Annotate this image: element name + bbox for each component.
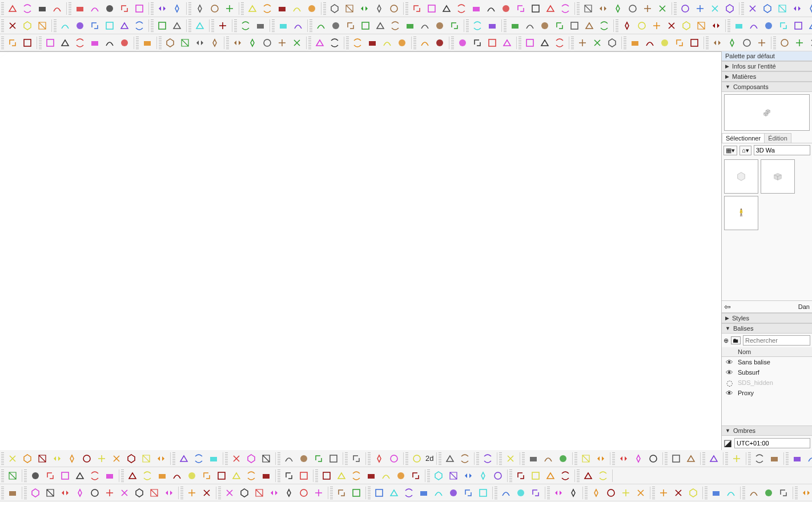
toolbar-button[interactable] xyxy=(372,2,386,15)
toolbar-button[interactable] xyxy=(155,469,169,483)
toolbar-button[interactable] xyxy=(238,486,251,500)
toolbar-button[interactable] xyxy=(297,469,311,483)
toolbar-button[interactable] xyxy=(276,19,290,33)
toolbar-button[interactable] xyxy=(707,452,721,465)
toolbar-button[interactable] xyxy=(806,19,812,33)
toolbar-button[interactable] xyxy=(132,486,146,500)
toolbar-button[interactable] xyxy=(646,452,660,465)
toolbar-button[interactable] xyxy=(140,469,154,483)
toolbar-button[interactable] xyxy=(223,486,236,500)
toolbar-button[interactable] xyxy=(755,36,769,50)
toolbar-button[interactable] xyxy=(440,2,453,15)
toolbar-button[interactable] xyxy=(275,36,289,50)
toolbar-button[interactable] xyxy=(761,2,774,15)
toolbar-button[interactable] xyxy=(499,486,513,500)
toolbar-button[interactable] xyxy=(538,36,552,50)
toolbar-button[interactable] xyxy=(767,452,781,465)
toolbar-button[interactable] xyxy=(597,19,611,33)
toolbar-button[interactable] xyxy=(267,486,281,500)
toolbar-button[interactable] xyxy=(230,452,243,465)
toolbar-button[interactable] xyxy=(491,469,505,483)
toolbar-button[interactable] xyxy=(314,19,328,33)
toolbar-button[interactable] xyxy=(544,2,557,15)
visibility-eye-icon[interactable]: ◌ xyxy=(725,379,733,387)
toolbar-button[interactable] xyxy=(88,469,102,483)
toolbar-button[interactable] xyxy=(402,486,416,500)
toolbar-button[interactable] xyxy=(118,19,131,33)
toolbar-button[interactable] xyxy=(589,486,603,500)
toolbar-button[interactable] xyxy=(526,452,540,465)
toolbar-button[interactable] xyxy=(200,486,214,500)
toolbar-button[interactable] xyxy=(581,469,595,483)
toolbar-button[interactable] xyxy=(21,452,34,465)
tab-edit[interactable]: Édition xyxy=(764,133,791,143)
toolbar-button[interactable] xyxy=(617,452,630,465)
toolbar-button[interactable] xyxy=(118,36,131,50)
toolbar-button[interactable] xyxy=(777,19,790,33)
toolbar-button[interactable] xyxy=(657,486,670,500)
toolbar-button[interactable] xyxy=(388,19,402,33)
toolbar-button[interactable] xyxy=(58,486,72,500)
toolbar-button[interactable] xyxy=(208,2,222,15)
toolbar-button[interactable] xyxy=(124,452,138,465)
toolbar-button[interactable] xyxy=(456,36,469,50)
home-icon[interactable]: ⌂▾ xyxy=(739,146,751,155)
toolbar-button[interactable] xyxy=(538,19,552,33)
toolbar-button[interactable] xyxy=(791,19,805,33)
toolbar-button[interactable] xyxy=(724,486,738,500)
toolbar-button[interactable] xyxy=(291,19,305,33)
toolbar-button[interactable] xyxy=(343,2,356,15)
toolbar-button[interactable] xyxy=(259,452,273,465)
toolbar-button[interactable] xyxy=(163,36,177,50)
toolbar-button[interactable] xyxy=(499,2,513,15)
toolbar-button[interactable] xyxy=(746,2,759,15)
toolbar-button[interactable] xyxy=(88,36,102,50)
toolbar-button[interactable] xyxy=(694,19,708,33)
toolbar-button[interactable] xyxy=(395,36,409,50)
toolbar-button[interactable] xyxy=(410,2,424,15)
toolbar-button[interactable] xyxy=(605,36,619,50)
toolbar-button[interactable] xyxy=(29,486,42,500)
toolbar-button[interactable] xyxy=(254,19,267,33)
toolbar-button[interactable] xyxy=(170,469,184,483)
toolbar-button[interactable] xyxy=(514,469,528,483)
toolbar-button[interactable] xyxy=(103,19,116,33)
toolbar-button[interactable] xyxy=(73,486,87,500)
toolbar-button[interactable] xyxy=(65,452,79,465)
section-components[interactable]: ▼Composants xyxy=(722,82,812,92)
toolbar-button[interactable] xyxy=(753,452,766,465)
toolbar-button[interactable] xyxy=(6,452,19,465)
toolbar-button[interactable] xyxy=(529,486,542,500)
toolbar-button[interactable] xyxy=(162,486,176,500)
toolbar-button[interactable] xyxy=(29,469,42,483)
toolbar-button[interactable] xyxy=(379,469,393,483)
toolbar-button[interactable] xyxy=(740,36,754,50)
toolbar-button[interactable] xyxy=(58,469,72,483)
toolbar-button[interactable] xyxy=(344,19,357,33)
tag-row[interactable]: 👁Proxy xyxy=(722,388,812,398)
shadow-toggle-icon[interactable]: ◪ xyxy=(723,437,732,448)
toolbar-button[interactable] xyxy=(793,36,806,50)
toolbar-button[interactable] xyxy=(88,19,102,33)
toolbar-button[interactable] xyxy=(35,452,49,465)
toolbar-button[interactable] xyxy=(710,36,724,50)
toolbar-button[interactable] xyxy=(634,486,648,500)
toolbar-button[interactable] xyxy=(372,452,386,465)
toolbar-button[interactable] xyxy=(632,452,645,465)
toolbar-button[interactable] xyxy=(747,486,761,500)
toolbar-button[interactable] xyxy=(500,36,514,50)
toolbar-button[interactable] xyxy=(35,19,49,33)
toolbar-button[interactable] xyxy=(641,2,654,15)
toolbar-button[interactable] xyxy=(349,469,363,483)
toolbar-button[interactable] xyxy=(365,36,379,50)
toolbar-button[interactable] xyxy=(594,452,608,465)
toolbar-button[interactable] xyxy=(50,2,64,15)
toolbar-button[interactable] xyxy=(590,36,604,50)
toolbar-button[interactable] xyxy=(132,19,146,33)
toolbar-button[interactable] xyxy=(246,2,259,15)
toolbar-button[interactable] xyxy=(747,19,761,33)
back-arrow-icon[interactable]: ⇦ xyxy=(724,302,731,311)
toolbar-button[interactable] xyxy=(259,469,273,483)
toolbar-button[interactable] xyxy=(432,469,445,483)
visibility-eye-icon[interactable]: 👁 xyxy=(725,368,733,376)
